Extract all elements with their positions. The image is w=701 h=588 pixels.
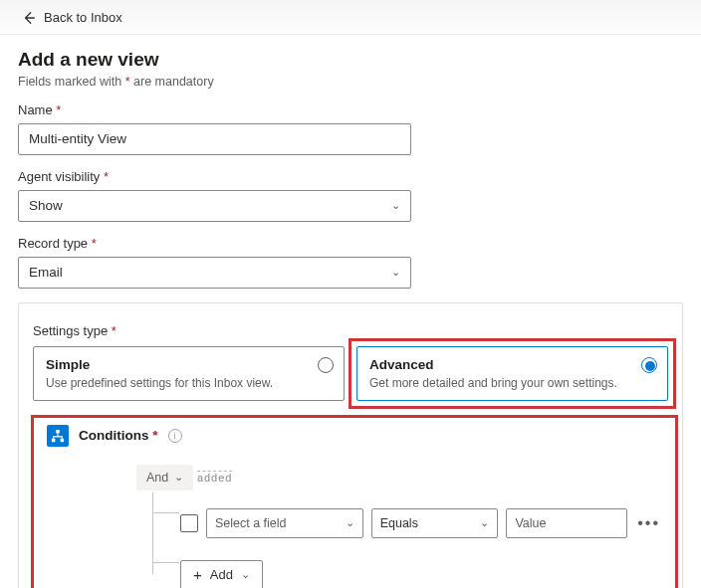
back-label: Back to Inbox (44, 10, 122, 25)
svg-rect-0 (56, 429, 60, 433)
condition-checkbox[interactable] (180, 514, 198, 532)
settings-type-advanced[interactable]: Advanced Get more detailed and bring you… (356, 346, 668, 401)
svg-rect-1 (52, 438, 56, 442)
radio-unchecked-icon (318, 357, 334, 373)
chevron-down-icon: ⌄ (391, 199, 400, 212)
arrow-left-icon (22, 11, 36, 25)
info-icon[interactable]: i (168, 429, 182, 443)
chevron-down-icon: ⌄ (391, 266, 400, 279)
plus-icon: + (193, 566, 202, 583)
name-input[interactable] (18, 123, 411, 155)
condition-value-input[interactable]: Value (506, 508, 627, 538)
mandatory-hint: Fields marked with * are mandatory (18, 75, 683, 89)
added-caption: added (197, 471, 233, 484)
page-title: Add a new view (18, 49, 683, 71)
condition-field-select[interactable]: Select a field ⌄ (206, 508, 363, 538)
chevron-down-icon: ⌄ (174, 471, 183, 484)
agent-visibility-label: Agent visibility * (18, 169, 683, 184)
settings-panel: Settings type * Simple Use predefined se… (18, 302, 683, 589)
settings-type-simple[interactable]: Simple Use predefined settings for this … (33, 346, 345, 401)
agent-visibility-select[interactable]: Show ⌄ (18, 190, 411, 222)
add-condition-button[interactable]: + Add ⌄ (180, 560, 263, 589)
chevron-down-icon: ⌄ (480, 516, 489, 529)
condition-operator-select[interactable]: Equals ⌄ (371, 508, 499, 538)
radio-checked-icon (641, 357, 657, 373)
name-label: Name * (18, 102, 683, 117)
tree-connector (152, 492, 180, 574)
hierarchy-icon (47, 425, 69, 447)
group-operator-select[interactable]: And ⌄ (136, 465, 193, 490)
chevron-down-icon: ⌄ (241, 568, 250, 581)
svg-rect-2 (61, 438, 65, 442)
condition-row: Select a field ⌄ Equals ⌄ Value ••• (180, 508, 662, 538)
settings-type-label: Settings type * (33, 323, 668, 338)
record-type-select[interactable]: Email ⌄ (18, 257, 411, 289)
more-options-button[interactable]: ••• (635, 514, 662, 532)
conditions-section: Conditions * i And ⌄ added Select a fiel… (33, 419, 668, 589)
record-type-label: Record type * (18, 236, 683, 251)
chevron-down-icon: ⌄ (346, 516, 354, 529)
back-to-inbox-link[interactable]: Back to Inbox (22, 10, 122, 25)
